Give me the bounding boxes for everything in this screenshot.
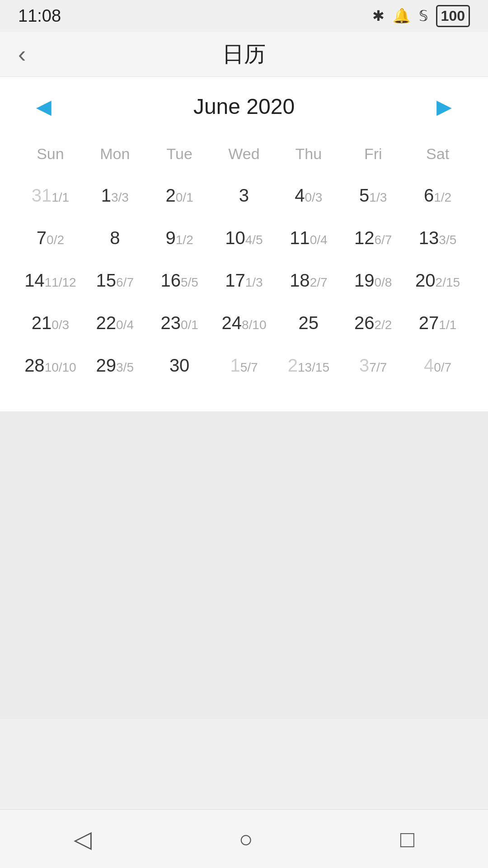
cell-date: 11 <box>290 228 310 248</box>
calendar-cell[interactable]: 61/2 <box>405 176 470 219</box>
cell-date: 25 <box>299 313 319 333</box>
cell-date: 27 <box>419 313 439 333</box>
day-header-wed: Wed <box>212 141 277 167</box>
cell-date: 3 <box>239 185 249 205</box>
cell-date: 14 <box>24 270 45 290</box>
bottom-area <box>0 411 488 719</box>
system-back-button[interactable]: ◁ <box>56 816 110 862</box>
calendar-cell[interactable]: 3 <box>212 176 277 219</box>
calendar-cell[interactable]: 311/1 <box>18 176 83 219</box>
cell-date: 30 <box>169 355 190 375</box>
calendar-cell[interactable]: 110/4 <box>276 219 341 261</box>
cell-stats: 0/1 <box>176 190 193 204</box>
calendar-cell[interactable]: 37/7 <box>341 346 405 389</box>
day-header-sat: Sat <box>405 141 470 167</box>
calendar-cell[interactable]: 230/1 <box>147 304 212 346</box>
cell-date: 12 <box>354 228 375 248</box>
day-header-tue: Tue <box>147 141 212 167</box>
calendar-cell[interactable]: 210/3 <box>18 304 83 346</box>
cell-date: 3 <box>359 355 369 375</box>
cell-stats: 1/3 <box>369 190 387 204</box>
calendar-cell[interactable]: 20/1 <box>147 176 212 219</box>
calendar-cell[interactable]: 2810/10 <box>18 346 83 389</box>
day-header-mon: Mon <box>83 141 147 167</box>
cell-date: 5 <box>359 185 369 205</box>
calendar-cell[interactable]: 182/7 <box>276 261 341 304</box>
calendar-cell[interactable]: 51/3 <box>341 176 405 219</box>
calendar-cell[interactable]: 70/2 <box>18 219 83 261</box>
cell-stats: 2/15 <box>436 275 460 289</box>
calendar-cell[interactable]: 126/7 <box>341 219 405 261</box>
cell-stats: 5/5 <box>181 275 198 289</box>
navigation-bar: ◁ ○ □ <box>0 809 488 868</box>
bell-icon: 🔔 <box>393 7 411 24</box>
calendar-cell[interactable]: 30 <box>147 346 212 389</box>
cell-date: 15 <box>96 270 117 290</box>
cell-stats: 0/1 <box>181 318 198 332</box>
calendar-cell[interactable]: 91/2 <box>147 219 212 261</box>
cell-stats: 6/7 <box>116 275 134 289</box>
wifi-icon: 𝕊 <box>419 7 428 24</box>
cell-date: 29 <box>96 355 117 375</box>
system-recent-button[interactable]: □ <box>382 816 432 862</box>
calendar-cell[interactable]: 165/5 <box>147 261 212 304</box>
calendar-cell[interactable]: 262/2 <box>341 304 405 346</box>
cell-stats: 2/2 <box>374 318 392 332</box>
calendar-cell[interactable]: 293/5 <box>83 346 147 389</box>
calendar-cell[interactable]: 15/7 <box>212 346 277 389</box>
calendar-cell[interactable]: 156/7 <box>83 261 147 304</box>
cell-stats: 11/12 <box>45 275 76 289</box>
cell-date: 13 <box>419 228 439 248</box>
cell-date: 8 <box>110 228 120 248</box>
cell-stats: 0/4 <box>116 318 134 332</box>
calendar-cell[interactable]: 133/5 <box>405 219 470 261</box>
cell-date: 22 <box>96 313 117 333</box>
calendar-grid: 311/113/320/1340/351/361/270/2891/2104/5… <box>18 176 470 389</box>
cell-stats: 0/3 <box>305 190 323 204</box>
cell-stats: 4/5 <box>245 233 263 247</box>
cell-date: 28 <box>24 355 45 375</box>
back-button[interactable]: ‹ <box>18 41 26 68</box>
next-month-button[interactable]: ▶ <box>427 90 461 123</box>
day-header-thu: Thu <box>276 141 341 167</box>
calendar-cell[interactable]: 202/15 <box>405 261 470 304</box>
cell-date: 18 <box>290 270 310 290</box>
calendar-cell[interactable]: 248/10 <box>212 304 277 346</box>
calendar-cell[interactable]: 25 <box>276 304 341 346</box>
cell-stats: 5/7 <box>240 360 258 374</box>
app-header: ‹ 日历 <box>0 32 488 77</box>
status-icons: ✱ 🔔 𝕊 100 <box>372 5 470 27</box>
cell-stats: 3/5 <box>439 233 456 247</box>
calendar-cell[interactable]: 8 <box>83 219 147 261</box>
calendar-cell[interactable]: 40/3 <box>276 176 341 219</box>
cell-date: 4 <box>295 185 305 205</box>
cell-date: 17 <box>225 270 245 290</box>
cell-date: 23 <box>160 313 181 333</box>
bluetooth-icon: ✱ <box>372 7 385 24</box>
calendar-cell[interactable]: 220/4 <box>83 304 147 346</box>
calendar-cell[interactable]: 213/15 <box>276 346 341 389</box>
cell-stats: 0/3 <box>52 318 69 332</box>
calendar-cell[interactable]: 1411/12 <box>18 261 83 304</box>
status-bar: 11:08 ✱ 🔔 𝕊 100 <box>0 0 488 32</box>
cell-stats: 3/3 <box>111 190 129 204</box>
cell-date: 31 <box>32 185 52 205</box>
prev-month-button[interactable]: ◀ <box>27 90 61 123</box>
cell-stats: 13/15 <box>298 360 329 374</box>
cell-date: 1 <box>101 185 111 205</box>
calendar-cell[interactable]: 13/3 <box>83 176 147 219</box>
cell-stats: 10/10 <box>45 360 76 374</box>
calendar-cell[interactable]: 271/1 <box>405 304 470 346</box>
cell-date: 24 <box>221 313 242 333</box>
calendar-cell[interactable]: 171/3 <box>212 261 277 304</box>
system-home-button[interactable]: ○ <box>221 816 271 862</box>
cell-date: 21 <box>32 313 52 333</box>
calendar-cell[interactable]: 40/7 <box>405 346 470 389</box>
cell-stats: 8/10 <box>242 318 267 332</box>
status-time: 11:08 <box>18 6 61 26</box>
cell-stats: 6/7 <box>374 233 392 247</box>
cell-date: 26 <box>354 313 375 333</box>
calendar-cell[interactable]: 104/5 <box>212 219 277 261</box>
calendar-cell[interactable]: 190/8 <box>341 261 405 304</box>
battery-icon: 100 <box>436 5 470 27</box>
